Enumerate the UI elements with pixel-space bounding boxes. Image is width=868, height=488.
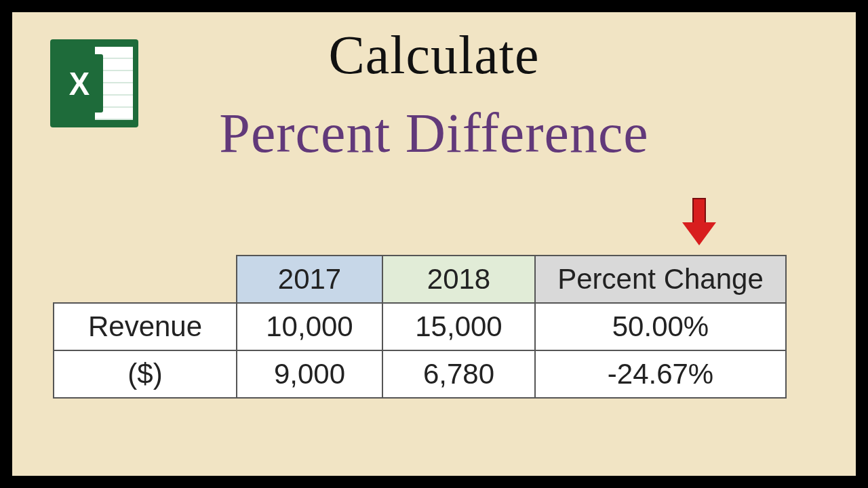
header-2017: 2017 xyxy=(237,256,382,303)
cell-2018: 15,000 xyxy=(382,303,535,350)
cell-2017: 10,000 xyxy=(237,303,382,350)
outer-frame: X Calculate Percent Difference 2017 2018… xyxy=(0,0,868,488)
cell-2017: 9,000 xyxy=(237,350,382,398)
slide-canvas: X Calculate Percent Difference 2017 2018… xyxy=(12,12,856,476)
arrow-down-icon xyxy=(684,198,715,248)
empty-corner-cell xyxy=(54,256,237,303)
cell-2018: 6,780 xyxy=(382,350,535,398)
title-line-2: Percent Difference xyxy=(12,102,856,165)
table-row: Revenue 10,000 15,000 50.00% xyxy=(54,303,786,350)
table-header-row: 2017 2018 Percent Change xyxy=(54,256,786,303)
data-table: 2017 2018 Percent Change Revenue 10,000 … xyxy=(53,255,787,399)
table-row: ($) 9,000 6,780 -24.67% xyxy=(54,350,786,398)
row-label-line-2: ($) xyxy=(54,350,237,398)
header-2018: 2018 xyxy=(382,256,535,303)
cell-percent-change: 50.00% xyxy=(535,303,786,350)
cell-percent-change: -24.67% xyxy=(535,350,786,398)
header-percent-change: Percent Change xyxy=(535,256,786,303)
title-line-1: Calculate xyxy=(12,24,856,86)
row-label-line-1: Revenue xyxy=(54,303,237,350)
